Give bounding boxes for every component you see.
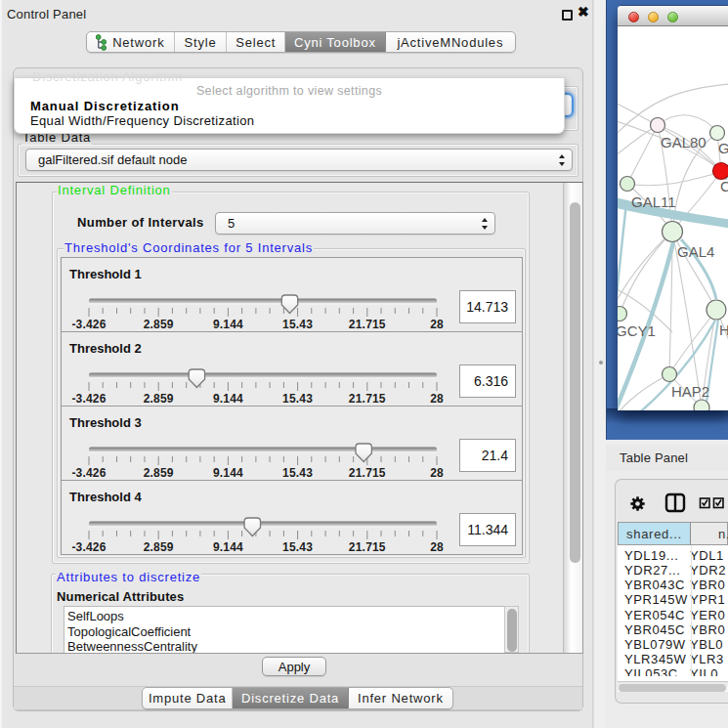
svg-text:9.144: 9.144: [213, 466, 243, 480]
svg-text:-3.426: -3.426: [71, 466, 106, 480]
svg-text:21.715: 21.715: [349, 466, 386, 480]
svg-text:GAL4: GAL4: [677, 243, 714, 260]
svg-text:15.43: 15.43: [282, 392, 313, 406]
svg-text:2.859: 2.859: [144, 540, 174, 554]
svg-text:21.715: 21.715: [349, 318, 386, 331]
svg-text:15.43: 15.43: [282, 466, 313, 480]
svg-text:9.144: 9.144: [213, 392, 243, 406]
svg-text:21.715: 21.715: [349, 540, 386, 554]
svg-text:C: C: [720, 178, 728, 194]
svg-text:-3.426: -3.426: [71, 318, 106, 331]
svg-text:2.859: 2.859: [144, 466, 174, 480]
svg-text:GAL80: GAL80: [661, 134, 707, 150]
svg-text:-3.426: -3.426: [71, 392, 106, 406]
svg-text:28: 28: [430, 318, 444, 331]
svg-text:9.144: 9.144: [213, 540, 243, 554]
svg-text:GA: GA: [718, 140, 728, 156]
svg-text:28: 28: [430, 392, 444, 406]
svg-text:2.859: 2.859: [144, 318, 174, 331]
svg-text:2.859: 2.859: [144, 392, 174, 406]
svg-text:H: H: [719, 321, 728, 338]
svg-text:15.43: 15.43: [282, 318, 313, 331]
svg-text:GAL11: GAL11: [631, 193, 676, 210]
svg-text:9.144: 9.144: [213, 318, 243, 331]
svg-text:28: 28: [430, 540, 444, 554]
svg-text:GCY1: GCY1: [618, 322, 656, 339]
svg-text:-3.426: -3.426: [71, 540, 106, 554]
svg-text:21.715: 21.715: [349, 392, 386, 406]
svg-text:28: 28: [430, 466, 444, 480]
svg-text:HAP2: HAP2: [671, 383, 709, 400]
svg-text:15.43: 15.43: [282, 540, 313, 554]
